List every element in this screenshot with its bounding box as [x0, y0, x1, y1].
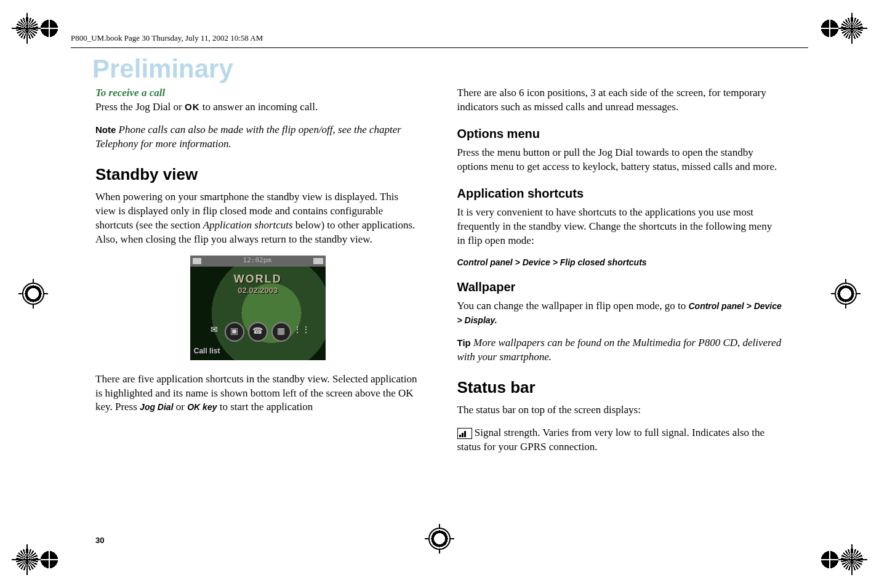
- registration-mark-bl: [16, 549, 58, 571]
- status-bar-heading: Status bar: [457, 377, 782, 398]
- standby-screenshot: 12:02pm WORLD 02.02.2003 ✉ ▣ ☎ ▦ ⋮⋮ Call…: [190, 256, 326, 360]
- wallpaper-heading: Wallpaper: [457, 279, 782, 296]
- shortcuts-paragraph: There are five application shortcuts in …: [95, 373, 420, 415]
- screenshot-date: 02.02.2003: [190, 285, 326, 296]
- wallpaper-text: You can change the wallpaper in flip ope…: [457, 300, 689, 312]
- preliminary-watermark: Preliminary: [92, 54, 233, 84]
- screenshot-bottom-label: Call list: [194, 346, 220, 356]
- options-menu-paragraph: Press the menu button or pull the Jog Di…: [457, 146, 782, 174]
- signal-bars-icon: [193, 258, 201, 264]
- note-paragraph: Note Phone calls can also be made with t…: [95, 123, 420, 151]
- shortcut-apps-icon: ⋮⋮: [295, 322, 308, 339]
- tip-label: Tip: [457, 337, 471, 348]
- registration-mark-br: [821, 549, 863, 571]
- registration-mark-tr: [821, 17, 863, 39]
- shortcuts-text-c: to start the application: [217, 401, 313, 413]
- receive-call-body: Press the Jog Dial or OK to answer an in…: [95, 100, 420, 115]
- battery-icon: [313, 258, 323, 264]
- registration-mark-left: [18, 279, 48, 308]
- app-shortcuts-heading: Application shortcuts: [457, 185, 782, 202]
- receive-prefix: Press the Jog Dial or: [95, 101, 185, 113]
- screenshot-shortcut-row: ✉ ▣ ☎ ▦ ⋮⋮: [190, 322, 326, 342]
- shortcut-mail-icon: ✉: [207, 322, 221, 339]
- registration-mark-tl: [16, 17, 58, 39]
- header-divider: [71, 47, 808, 48]
- tip-paragraph: Tip More wallpapers can be found on the …: [457, 336, 782, 364]
- note-body: Phone calls can also be made with the fl…: [95, 124, 401, 150]
- standby-view-heading: Standby view: [95, 164, 420, 185]
- standby-em: Application shortcuts: [203, 219, 293, 231]
- app-shortcuts-path: Control panel > Device > Flip closed sho…: [457, 257, 782, 268]
- page-number: 30: [95, 536, 104, 545]
- receive-suffix: to answer an incoming call.: [199, 101, 318, 113]
- screenshot-title: WORLD: [190, 272, 326, 286]
- receive-call-heading: To receive a call: [95, 86, 420, 100]
- tip-body: More wallpapers can be found on the Mult…: [457, 337, 782, 363]
- signal-strength-icon: [457, 428, 472, 439]
- status-bar-intro: The status bar on top of the screen disp…: [457, 403, 782, 417]
- note-label: Note: [95, 124, 116, 135]
- options-menu-heading: Options menu: [457, 126, 782, 142]
- icon-positions-paragraph: There are also 6 icon positions, 3 at ea…: [457, 86, 782, 115]
- jog-dial-label: Jog Dial: [140, 402, 173, 412]
- shortcut-contacts-icon: ☎: [248, 322, 268, 342]
- wallpaper-paragraph: You can change the wallpaper in flip ope…: [457, 299, 782, 328]
- or-word: or: [174, 401, 188, 413]
- right-column: There are also 6 icon positions, 3 at ea…: [457, 86, 782, 463]
- running-header: P800_UM.book Page 30 Thursday, July 11, …: [71, 33, 263, 43]
- app-shortcuts-paragraph: It is very convenient to have shortcuts …: [457, 206, 782, 248]
- shortcut-book-icon: ▣: [225, 322, 244, 342]
- signal-strength-paragraph: Signal strength. Varies from very low to…: [457, 426, 782, 454]
- ok-key-label-2: OK key: [187, 402, 217, 412]
- ok-key-label: OK: [185, 102, 200, 112]
- registration-mark-right: [831, 279, 861, 308]
- standby-paragraph: When powering on your smartphone the sta…: [95, 190, 420, 247]
- signal-strength-text: Signal strength. Varies from very low to…: [457, 427, 765, 453]
- registration-mark-bottom: [425, 524, 454, 554]
- body-columns: To receive a call Press the Jog Dial or …: [95, 86, 782, 463]
- screenshot-time: 12:02pm: [243, 256, 271, 265]
- left-column: To receive a call Press the Jog Dial or …: [95, 86, 420, 463]
- shortcut-calendar-icon: ▦: [271, 322, 291, 342]
- screenshot-status-bar: 12:02pm: [190, 256, 326, 267]
